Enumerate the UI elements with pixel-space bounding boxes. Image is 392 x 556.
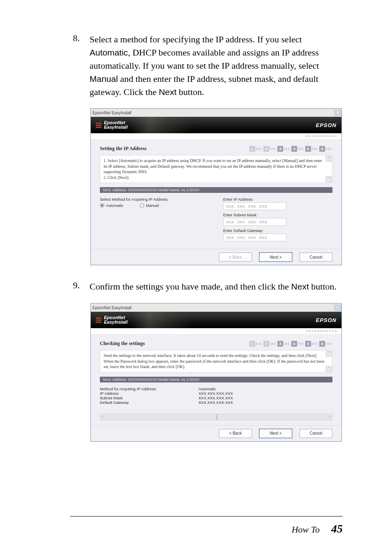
ip-field-input-1[interactable]: XXX . XXX . XXX . XXX [223, 218, 286, 226]
chevron-right-icon [270, 342, 276, 345]
chevron-right-icon [256, 342, 262, 345]
radio-automatic-label: Automatic [106, 203, 123, 208]
step-9: 9. Confirm the settings you have made, a… [70, 280, 343, 293]
scroll-down-icon[interactable]: ˅ [326, 176, 332, 182]
chevron-right-icon [270, 147, 276, 151]
footer-divider [70, 516, 343, 517]
page-footer: How To 45 [292, 522, 343, 535]
chevron-right-icon [326, 342, 332, 345]
dots-divider [91, 328, 341, 334]
banner-line2: EasyInstall [104, 125, 127, 130]
cancel-button[interactable]: Cancel [300, 253, 332, 262]
step-9-number: 9. [70, 280, 80, 293]
scroll-right-icon[interactable]: › [329, 415, 330, 419]
mac-model-bar: MAC Address: XXXXXXXXXXXX Model Name: AL… [100, 187, 332, 193]
step-8-number: 8. [70, 33, 80, 98]
next-button-label: Next > [270, 255, 281, 259]
horizontal-scrollbar[interactable]: ‹ › [100, 414, 332, 420]
summary-key: Subnet Mask [100, 396, 198, 400]
back-button-label: < Back [229, 255, 242, 259]
page-number: 45 [331, 522, 343, 535]
summary-row: IP AddressXXX.XXX.XXX.XXX [100, 391, 332, 396]
step-indicator-2: 2 [263, 341, 269, 347]
banner-decorative-image [131, 312, 192, 328]
step-indicator-6: 6 [319, 341, 325, 347]
instruction-text: ˄ Send the settings to the network inter… [100, 350, 332, 373]
chevron-right-icon [312, 147, 318, 151]
next-button[interactable]: Next > [259, 429, 292, 438]
dialog1-title: EpsonNet EasyInstall [92, 111, 131, 115]
step-indicator-1: 1 [249, 146, 255, 152]
brand-label: EPSON [316, 122, 337, 128]
chevron-right-icon [326, 147, 332, 151]
back-button-label: < Back [229, 431, 242, 436]
dialog1-instructions: 1. Select [Automatic] to acquire an IP a… [104, 158, 325, 180]
instruction-text: ˄ 1. Select [Automatic] to acquire an IP… [100, 155, 332, 183]
dialog1-section-title: Setting the IP Address [100, 146, 146, 152]
step-8: 8. Select a method for specifying the IP… [70, 33, 343, 98]
banner-decorative-image [131, 117, 192, 133]
chevron-right-icon [256, 147, 262, 151]
step-strip: 123456 [249, 146, 332, 152]
cancel-button[interactable]: Cancel [300, 429, 332, 438]
brand-label: EPSON [316, 317, 337, 323]
dialog2-titlebar: EpsonNet EasyInstall × [91, 303, 341, 312]
step-indicator-3: 3 [277, 146, 283, 152]
step-indicator-4: 4 [291, 146, 297, 152]
ip-field-input-2[interactable]: XXX . XXX . XXX . XXX [223, 234, 286, 241]
summary-value: XXX.XXX.XXX.XXX [198, 396, 233, 400]
back-button[interactable]: < Back [219, 253, 252, 262]
step-indicator-5: 5 [305, 146, 311, 152]
summary-key: Default Gateway [100, 400, 198, 405]
step-9-text: Confirm the settings you have made, and … [90, 280, 337, 293]
dots-divider [91, 133, 341, 139]
step-strip: 123456 [249, 341, 332, 347]
dialog-check-settings: EpsonNet EasyInstall × EpsonNet EasyInst… [90, 303, 342, 442]
summary-value: XXX.XXX.XXX.XXX [198, 400, 233, 405]
summary-key: IP Address [100, 391, 198, 396]
ip-field-label-2: Enter Default Gateway: [223, 228, 332, 233]
dialog-ip-address: EpsonNet EasyInstall × EpsonNet EasyInst… [90, 108, 342, 265]
scroll-down-icon[interactable]: ˅ [326, 366, 332, 372]
chevron-right-icon [312, 342, 318, 345]
dialog1-titlebar: EpsonNet EasyInstall × [91, 109, 341, 117]
ip-field-label-1: Enter Subnet Mask: [223, 213, 332, 217]
step-8-text: Select a method for specifying the IP ad… [90, 33, 343, 98]
close-icon[interactable]: × [334, 304, 341, 311]
ip-field-label-0: Enter IP Address: [223, 197, 332, 202]
mac-model-bar: MAC Address: XXXXXXXXXXXX Model Name: AL… [100, 377, 332, 382]
step-indicator-1: 1 [249, 341, 255, 347]
dialog1-banner: EpsonNet EasyInstall EPSON [91, 117, 341, 133]
step-indicator-4: 4 [291, 341, 297, 347]
close-icon[interactable]: × [334, 109, 341, 116]
back-button[interactable]: < Back [219, 429, 252, 438]
radio-automatic-icon [100, 203, 104, 208]
scroll-up-icon[interactable]: ˄ [326, 351, 332, 357]
radio-manual[interactable]: Manual [140, 203, 159, 208]
step-indicator-6: 6 [319, 146, 325, 152]
step-indicator-3: 3 [277, 341, 283, 347]
summary-row: Method for Acquiring IP Address:Automati… [100, 387, 332, 391]
next-button[interactable]: Next > [259, 253, 292, 262]
summary-key: Method for Acquiring IP Address: [100, 387, 198, 391]
dialog2-title: EpsonNet EasyInstall [92, 306, 131, 310]
radio-manual-label: Manual [146, 203, 159, 208]
radio-manual-icon [140, 203, 144, 208]
acquire-method-label: Select Method for Acquiring IP Address: [100, 197, 207, 202]
footer-section: How To [292, 524, 320, 535]
chevron-right-icon [298, 342, 304, 345]
step-indicator-2: 2 [263, 146, 269, 152]
scroll-left-icon[interactable]: ‹ [102, 415, 103, 419]
summary-row: Subnet MaskXXX.XXX.XXX.XXX [100, 396, 332, 400]
epsonnet-logo-icon [96, 317, 101, 323]
scroll-up-icon[interactable]: ˄ [326, 156, 332, 162]
radio-automatic[interactable]: Automatic [100, 203, 123, 208]
cancel-button-label: Cancel [309, 431, 322, 436]
ip-field-input-0[interactable]: XXX . XXX . XXX . XXX [223, 202, 286, 210]
summary-value: XXX.XXX.XXX.XXX [198, 391, 233, 396]
dialog2-instructions: Send the settings to the network interfa… [104, 353, 325, 370]
step-indicator-5: 5 [305, 341, 311, 347]
chevron-right-icon [284, 342, 290, 345]
epsonnet-logo-icon [96, 123, 101, 128]
next-button-label: Next > [270, 431, 281, 436]
